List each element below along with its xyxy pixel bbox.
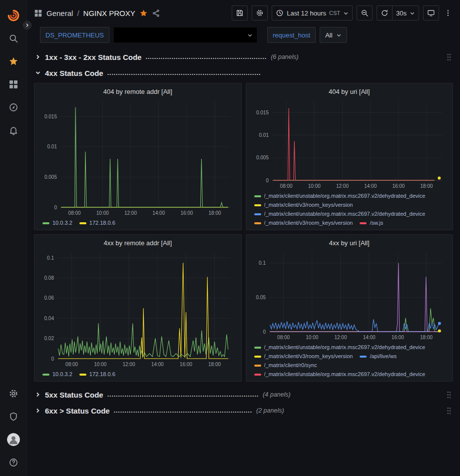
legend-item[interactable]: /_matrix/client/v3/room_keys/version bbox=[254, 353, 353, 360]
drag-handle-icon[interactable] bbox=[446, 391, 452, 399]
breadcrumb-section[interactable]: General bbox=[46, 9, 73, 17]
svg-text:10:00: 10:00 bbox=[94, 362, 106, 367]
user-avatar[interactable] bbox=[0, 428, 27, 451]
panel-title[interactable]: 4xx by uri [All] bbox=[251, 237, 448, 249]
legend-item[interactable]: /_matrix/client/v3/room_keys/version bbox=[254, 219, 353, 227]
chevron-down-icon bbox=[336, 32, 342, 38]
svg-text:12:00: 12:00 bbox=[336, 183, 348, 189]
request-host-value-dropdown[interactable]: All bbox=[320, 27, 347, 43]
legend-item[interactable]: /_matrix/client/unstable/org.matrix.msc2… bbox=[254, 210, 426, 218]
svg-text:16:00: 16:00 bbox=[180, 362, 192, 367]
row-header-4xx[interactable]: 4xx Status Code ........................… bbox=[34, 66, 453, 80]
tv-mode-button[interactable] bbox=[423, 5, 439, 20]
alerting-bell-icon[interactable] bbox=[0, 119, 27, 142]
dashboard-title[interactable]: NGINX PROXY bbox=[83, 9, 135, 17]
panel-title[interactable]: 404 by remote addr [All] bbox=[39, 85, 236, 97]
svg-text:0: 0 bbox=[263, 329, 266, 335]
request-host-variable-label[interactable]: request_host bbox=[267, 27, 316, 43]
legend-item[interactable]: /_matrix/client/r0/sync bbox=[254, 362, 317, 369]
timezone-label: CST bbox=[329, 10, 340, 16]
dashboards-icon[interactable] bbox=[0, 73, 27, 96]
chevron-right-icon bbox=[35, 54, 41, 60]
chevron-down-icon bbox=[410, 10, 415, 16]
time-series-chart[interactable]: 08:0010:0012:0014:0016:0018:0000.0050.01… bbox=[251, 97, 448, 190]
series-color-swatch bbox=[254, 365, 261, 367]
svg-text:10:00: 10:00 bbox=[96, 210, 109, 216]
legend-item[interactable]: 10.0.3.2 bbox=[42, 371, 72, 378]
legend-item[interactable]: /_matrix/client/v3/room_keys/version bbox=[254, 201, 353, 209]
share-icon[interactable] bbox=[152, 9, 160, 17]
row-header-1xx-3xx-2xx[interactable]: 1xx - 3xx - 2xx Status Code ............… bbox=[34, 50, 453, 64]
ds-prometheus-variable-label[interactable]: DS_PROMETHEUS bbox=[40, 27, 109, 43]
refresh-interval-dropdown[interactable]: 30s bbox=[393, 5, 419, 20]
more-options-button[interactable] bbox=[443, 5, 453, 20]
search-icon[interactable] bbox=[0, 27, 27, 50]
series-color-swatch bbox=[254, 204, 261, 206]
drag-handle-icon[interactable] bbox=[446, 53, 452, 61]
refresh-button[interactable] bbox=[377, 5, 393, 20]
legend-label: /_matrix/client/v3/room_keys/version bbox=[264, 353, 353, 360]
svg-text:12:00: 12:00 bbox=[334, 335, 347, 340]
legend-label: /_matrix/client/v3/room_keys/version bbox=[264, 219, 353, 227]
row-title-dots: ........................................… bbox=[145, 53, 267, 60]
legend-item[interactable]: /_matrix/client/unstable/org.matrix.msc2… bbox=[254, 192, 426, 200]
tv-icon bbox=[427, 9, 435, 17]
svg-text:0.05: 0.05 bbox=[256, 295, 266, 300]
save-dashboard-button[interactable] bbox=[232, 5, 248, 20]
panel-grid: 404 by remote addr [All] 08:0010:0012:00… bbox=[34, 83, 453, 382]
clock-icon bbox=[276, 9, 284, 17]
legend-item[interactable]: /sw.js bbox=[360, 219, 383, 227]
admin-shield-icon[interactable] bbox=[0, 405, 27, 428]
row-panel-count: (2 panels) bbox=[256, 407, 284, 414]
ds-prometheus-value-dropdown[interactable] bbox=[113, 27, 257, 43]
svg-text:0.01: 0.01 bbox=[259, 132, 269, 138]
legend-label: 10.0.3.2 bbox=[52, 371, 72, 378]
legend-item[interactable]: /api/live/ws bbox=[360, 353, 397, 360]
legend-item[interactable]: /_matrix/client/unstable/org.matrix.msc2… bbox=[254, 344, 426, 351]
legend-label: 172.18.0.6 bbox=[89, 219, 115, 227]
row-title-dots: ........................................… bbox=[107, 391, 259, 398]
legend-item[interactable]: 172.18.0.6 bbox=[79, 219, 115, 227]
zoom-out-icon bbox=[361, 9, 369, 17]
dashboard-settings-button[interactable] bbox=[252, 5, 268, 20]
svg-text:0.01: 0.01 bbox=[47, 144, 57, 149]
request-host-value: All bbox=[325, 31, 332, 39]
time-series-chart[interactable]: 08:0010:0012:0014:0016:0018:0000.0050.01… bbox=[39, 97, 236, 217]
drag-handle-icon[interactable] bbox=[446, 407, 452, 415]
kebab-icon bbox=[444, 9, 452, 17]
zoom-out-button[interactable] bbox=[357, 5, 373, 20]
time-series-chart[interactable]: 08:0010:0012:0014:0016:0018:0000.050.1 bbox=[251, 249, 448, 342]
legend-item[interactable]: 10.0.3.2 bbox=[42, 219, 72, 227]
panel-title[interactable]: 4xx by remote addr [All] bbox=[39, 237, 236, 249]
svg-text:0: 0 bbox=[51, 356, 54, 362]
navbar-actions: Last 12 hours CST 30s bbox=[232, 5, 453, 20]
grafana-app: General / NGINX PROXY Last 12 hours CST bbox=[0, 0, 460, 476]
svg-text:14:00: 14:00 bbox=[152, 210, 165, 216]
legend-label: /_matrix/client/unstable/org.matrix.msc2… bbox=[264, 371, 426, 378]
time-series-chart[interactable]: 08:0010:0012:0014:0016:0018:0000.020.040… bbox=[39, 249, 236, 369]
svg-text:0.08: 0.08 bbox=[44, 275, 54, 281]
row-header-6xx[interactable]: 6xx > Status Code ......................… bbox=[34, 404, 453, 418]
row-title: 5xx Status Code bbox=[45, 391, 103, 399]
favorite-star-icon[interactable] bbox=[139, 9, 148, 17]
row-header-5xx[interactable]: 5xx Status Code ........................… bbox=[34, 388, 453, 402]
panel-title[interactable]: 404 by uri [All] bbox=[251, 85, 448, 97]
help-icon[interactable] bbox=[0, 451, 27, 474]
explore-compass-icon[interactable] bbox=[0, 96, 27, 119]
expand-sidebar-button[interactable] bbox=[23, 21, 31, 29]
panel-404-by-uri: 404 by uri [All] 08:0010:0012:0014:0016:… bbox=[246, 83, 454, 230]
legend-label: /_matrix/client/unstable/org.matrix.msc2… bbox=[264, 192, 426, 200]
settings-gear-icon bbox=[256, 9, 264, 17]
server-admin-gear-icon[interactable] bbox=[0, 382, 27, 405]
apps-grid-icon bbox=[34, 9, 42, 17]
series-color-swatch bbox=[360, 222, 367, 224]
legend-item[interactable]: 172.18.0.6 bbox=[79, 371, 115, 378]
svg-text:18:00: 18:00 bbox=[209, 210, 221, 216]
row-panel-count: (6 panels) bbox=[271, 53, 299, 60]
legend-item[interactable]: /_matrix/client/unstable/org.matrix.msc2… bbox=[254, 371, 426, 378]
svg-text:0.02: 0.02 bbox=[44, 336, 54, 341]
starred-dashboards-icon[interactable] bbox=[0, 50, 27, 73]
svg-text:12:00: 12:00 bbox=[124, 210, 137, 216]
time-range-picker[interactable]: Last 12 hours CST bbox=[272, 5, 353, 20]
legend-label: 172.18.0.6 bbox=[89, 371, 115, 378]
